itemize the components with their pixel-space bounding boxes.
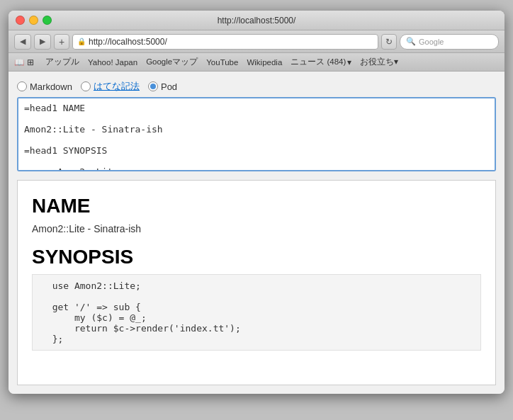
search-placeholder: Google bbox=[419, 38, 444, 46]
bookmark-yahoo[interactable]: Yahoo! Japan bbox=[88, 58, 137, 67]
preview-synopsis-heading: SYNOPSIS bbox=[32, 246, 481, 268]
preview-name-heading: NAME bbox=[32, 195, 481, 217]
pod-editor[interactable]: =head1 NAME Amon2::Lite - Sinatra-ish =h… bbox=[17, 97, 496, 171]
bookmarks-bar: 📖 ⊞ アップル Yahoo! Japan Googleマップ YouTube … bbox=[9, 53, 504, 72]
preview-name-desc: Amon2::Lite - Sinatra-ish bbox=[32, 223, 481, 234]
address-bar[interactable]: 🔒 http://localhost:5000/ bbox=[72, 34, 378, 50]
radio-pod[interactable]: Pod bbox=[148, 81, 177, 92]
title-bar: http://localhost:5000/ bbox=[9, 11, 504, 30]
radio-hatena-input[interactable] bbox=[81, 81, 91, 91]
radio-markdown-label: Markdown bbox=[30, 81, 72, 92]
bookmark-wikipedia[interactable]: Wikipedia bbox=[247, 58, 282, 67]
radio-pod-label: Pod bbox=[161, 81, 177, 92]
bookmark-apple[interactable]: アップル bbox=[45, 57, 79, 67]
minimize-button[interactable] bbox=[29, 16, 38, 25]
content-area: Markdown はてな記法 Pod =head1 NAME Amon2::Li… bbox=[9, 72, 504, 394]
url-display: http://localhost:5000/ bbox=[89, 37, 167, 47]
back-button[interactable]: ◀ bbox=[14, 34, 31, 50]
window-controls bbox=[16, 16, 52, 25]
format-selector: Markdown はてな記法 Pod bbox=[17, 80, 496, 93]
browser-window: http://localhost:5000/ ◀ ▶ + 🔒 http://lo… bbox=[9, 11, 504, 394]
radio-markdown-input[interactable] bbox=[17, 81, 27, 91]
radio-hatena-label: はてな記法 bbox=[94, 80, 140, 93]
bookmarks-list-icon[interactable]: 📖 bbox=[14, 57, 24, 67]
lock-icon: 🔒 bbox=[77, 38, 86, 45]
bookmarks-grid-icon[interactable]: ⊞ bbox=[27, 57, 34, 67]
search-icon: 🔍 bbox=[406, 37, 416, 46]
radio-pod-input[interactable] bbox=[148, 81, 158, 91]
nav-bar: ◀ ▶ + 🔒 http://localhost:5000/ ↻ 🔍 Googl… bbox=[9, 30, 504, 53]
preview-section: NAME Amon2::Lite - Sinatra-ish SYNOPSIS … bbox=[17, 180, 496, 385]
close-button[interactable] bbox=[16, 16, 25, 25]
bookmark-google-maps[interactable]: Googleマップ bbox=[146, 57, 198, 67]
forward-button[interactable]: ▶ bbox=[34, 34, 51, 50]
radio-markdown[interactable]: Markdown bbox=[17, 81, 72, 92]
search-bar[interactable]: 🔍 Google bbox=[400, 34, 499, 50]
window-title: http://localhost:5000/ bbox=[218, 16, 296, 25]
refresh-button[interactable]: ↻ bbox=[381, 34, 397, 50]
radio-hatena[interactable]: はてな記法 bbox=[81, 80, 140, 93]
bookmark-utility[interactable]: お役立ち▾ bbox=[360, 57, 398, 67]
bookmark-icons: 📖 ⊞ bbox=[14, 57, 34, 67]
bookmark-youtube[interactable]: YouTube bbox=[206, 58, 238, 67]
preview-code-block: use Amon2::Lite; get '/' => sub { my ($c… bbox=[32, 274, 481, 351]
new-tab-button[interactable]: + bbox=[54, 34, 69, 50]
bookmark-news[interactable]: ニュース (484)▾ bbox=[291, 57, 351, 67]
maximize-button[interactable] bbox=[43, 16, 52, 25]
